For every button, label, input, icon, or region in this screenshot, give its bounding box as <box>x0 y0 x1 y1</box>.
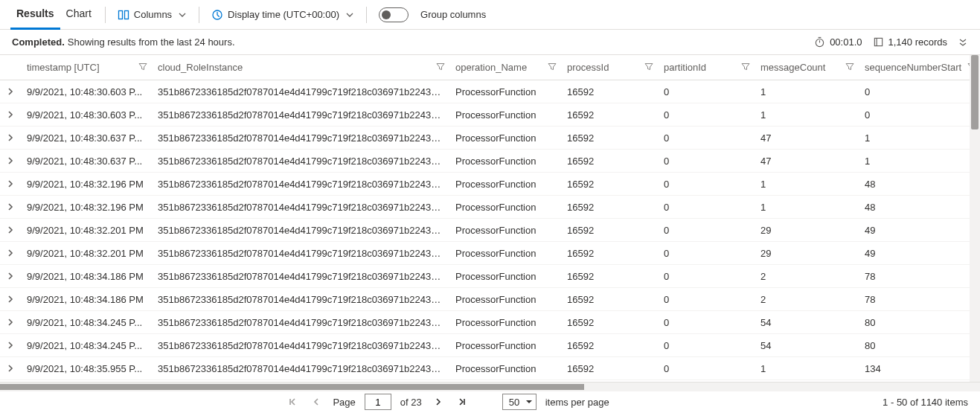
row-expander[interactable] <box>0 103 21 127</box>
column-header[interactable]: messageCount <box>755 55 859 80</box>
toggle-switch[interactable] <box>379 7 409 22</box>
status-message: Showing results from the last 24 hours. <box>68 36 235 48</box>
cell-process-id: 16592 <box>561 173 658 196</box>
cell-operation-name: ProcessorFunction <box>449 196 561 219</box>
cell-partition-id: 0 <box>658 80 755 103</box>
row-expander[interactable] <box>0 173 21 196</box>
filter-icon[interactable] <box>436 62 445 73</box>
tab-chart[interactable]: Chart <box>60 0 97 30</box>
row-expander[interactable] <box>0 334 21 357</box>
row-expander[interactable] <box>0 357 21 380</box>
page-first-button[interactable] <box>285 394 300 409</box>
separator <box>366 7 367 23</box>
filter-icon[interactable] <box>138 62 147 73</box>
cell-partition-id: 0 <box>658 357 755 380</box>
column-header[interactable]: partitionId <box>658 55 755 80</box>
cell-process-id: 16592 <box>561 311 658 334</box>
column-header[interactable]: cloud_RoleInstance <box>152 55 449 80</box>
cell-timestamp: 9/9/2021, 10:48:30.603 P... <box>21 103 152 127</box>
expand-button[interactable] <box>958 37 968 48</box>
cell-timestamp: 9/9/2021, 10:48:30.637 P... <box>21 150 152 173</box>
cell-role-instance: 351b8672336185d2f0787014e4d41799c719f218… <box>152 150 449 173</box>
page-last-button[interactable] <box>455 394 470 409</box>
cell-operation-name: ProcessorFunction <box>449 242 561 265</box>
cell-role-instance: 351b8672336185d2f0787014e4d41799c719f218… <box>152 334 449 357</box>
items-per-page-select[interactable]: 50 <box>502 394 537 410</box>
column-header[interactable]: timestamp [UTC] <box>21 55 152 80</box>
cell-message-count: 54 <box>755 334 859 357</box>
horizontal-scrollbar[interactable] <box>0 382 980 391</box>
cell-role-instance: 351b8672336185d2f0787014e4d41799c719f218… <box>152 265 449 288</box>
filter-icon[interactable] <box>548 62 557 73</box>
page-next-button[interactable] <box>431 394 446 409</box>
filter-icon[interactable] <box>741 62 750 73</box>
cell-operation-name: ProcessorFunction <box>449 80 561 103</box>
cell-operation-name: ProcessorFunction <box>449 127 561 150</box>
cell-process-id: 16592 <box>561 103 658 127</box>
filter-icon[interactable] <box>845 62 854 73</box>
cell-role-instance: 351b8672336185d2f0787014e4d41799c719f218… <box>152 173 449 196</box>
cell-process-id: 16592 <box>561 127 658 150</box>
cell-operation-name: ProcessorFunction <box>449 288 561 311</box>
cell-timestamp: 9/9/2021, 10:48:34.186 PM <box>21 288 152 311</box>
row-expander[interactable] <box>0 150 21 173</box>
cell-role-instance: 351b8672336185d2f0787014e4d41799c719f218… <box>152 288 449 311</box>
row-expander[interactable] <box>0 311 21 334</box>
svg-rect-1 <box>124 10 128 19</box>
cell-sequence-start: 0 <box>859 103 980 127</box>
column-header[interactable]: operation_Name <box>449 55 561 80</box>
column-header[interactable]: sequenceNumberStart <box>859 55 980 80</box>
group-columns-label: Group columns <box>420 9 486 20</box>
row-expander[interactable] <box>0 242 21 265</box>
vertical-scrollbar[interactable] <box>970 55 980 382</box>
cell-timestamp: 9/9/2021, 10:48:32.201 PM <box>21 219 152 242</box>
filter-icon[interactable] <box>644 62 653 73</box>
cell-process-id: 16592 <box>561 242 658 265</box>
display-time-button[interactable]: Display time (UTC+00:00) <box>207 3 359 27</box>
cell-process-id: 16592 <box>561 150 658 173</box>
cell-sequence-start: 134 <box>859 357 980 380</box>
cell-process-id: 16592 <box>561 219 658 242</box>
cell-process-id: 16592 <box>561 80 658 103</box>
cell-sequence-start: 1 <box>859 150 980 173</box>
stopwatch-icon <box>814 36 825 48</box>
cell-role-instance: 351b8672336185d2f0787014e4d41799c719f218… <box>152 242 449 265</box>
cell-partition-id: 0 <box>658 127 755 150</box>
page-prev-button[interactable] <box>309 394 324 409</box>
cell-partition-id: 0 <box>658 265 755 288</box>
cell-sequence-start: 49 <box>859 219 980 242</box>
cell-message-count: 1 <box>755 103 859 127</box>
tab-results[interactable]: Results <box>10 0 60 30</box>
row-expander[interactable] <box>0 127 21 150</box>
group-columns-toggle[interactable]: Group columns <box>374 3 490 27</box>
page-input[interactable] <box>365 394 391 410</box>
cell-message-count: 2 <box>755 288 859 311</box>
row-expander[interactable] <box>0 80 21 103</box>
svg-rect-0 <box>118 10 122 19</box>
separator <box>199 7 199 23</box>
column-header[interactable]: processId <box>561 55 658 80</box>
row-expander[interactable] <box>0 288 21 311</box>
cell-partition-id: 0 <box>658 196 755 219</box>
chevron-down-icon <box>178 10 187 19</box>
row-expander[interactable] <box>0 196 21 219</box>
cell-sequence-start: 78 <box>859 288 980 311</box>
cell-message-count: 1 <box>755 80 859 103</box>
record-count: 1,140 records <box>873 36 948 48</box>
cell-timestamp: 9/9/2021, 10:48:30.637 P... <box>21 127 152 150</box>
cell-timestamp: 9/9/2021, 10:48:34.245 P... <box>21 311 152 334</box>
row-expander[interactable] <box>0 265 21 288</box>
cell-partition-id: 0 <box>658 219 755 242</box>
cell-message-count: 47 <box>755 150 859 173</box>
dropdown-icon <box>525 398 533 406</box>
cell-operation-name: ProcessorFunction <box>449 357 561 380</box>
columns-button[interactable]: Columns <box>113 3 191 27</box>
column-expander <box>0 55 21 80</box>
cell-operation-name: ProcessorFunction <box>449 311 561 334</box>
records-icon <box>873 36 884 48</box>
cell-message-count: 29 <box>755 242 859 265</box>
cell-sequence-start: 48 <box>859 173 980 196</box>
cell-sequence-start: 80 <box>859 334 980 357</box>
row-expander[interactable] <box>0 219 21 242</box>
cell-role-instance: 351b8672336185d2f0787014e4d41799c719f218… <box>152 196 449 219</box>
